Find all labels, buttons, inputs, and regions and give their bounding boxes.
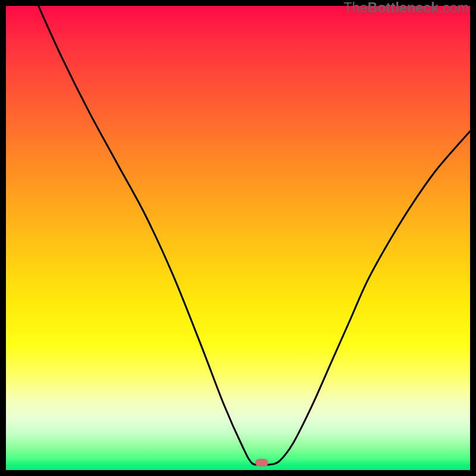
curve-layer bbox=[6, 6, 470, 470]
watermark-bold: Bottleneck bbox=[368, 0, 439, 15]
bottleneck-curve bbox=[39, 6, 470, 465]
watermark-suffix: .com bbox=[439, 0, 469, 15]
chart-frame bbox=[6, 6, 470, 470]
watermark: TheBottleneck.com bbox=[344, 0, 469, 16]
optimum-marker bbox=[255, 459, 268, 466]
watermark-prefix: The bbox=[344, 0, 368, 15]
plot-area bbox=[6, 6, 470, 470]
